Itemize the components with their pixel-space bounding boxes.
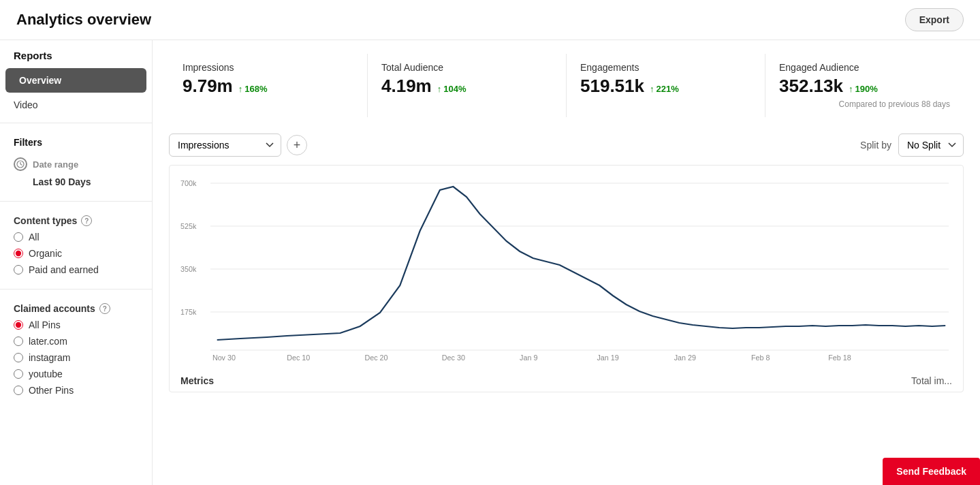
up-arrow-icon-3: ↑ xyxy=(650,84,654,94)
content-types-group: All Organic Paid and earned xyxy=(14,232,138,275)
svg-text:Dec 30: Dec 30 xyxy=(442,354,465,362)
content-area: Impressions 9.79m ↑ 168% Total Audience … xyxy=(153,40,980,485)
stat-engagements: Engagements 519.51k ↑ 221% xyxy=(566,54,765,117)
svg-text:175k: 175k xyxy=(180,308,197,316)
total-impressions-label: Total im... xyxy=(911,375,952,386)
svg-text:Jan 9: Jan 9 xyxy=(520,354,537,362)
date-range-value[interactable]: Last 90 Days xyxy=(14,176,138,187)
svg-text:Feb 18: Feb 18 xyxy=(828,354,851,362)
svg-text:Jan 19: Jan 19 xyxy=(597,354,618,362)
up-arrow-icon-2: ↑ xyxy=(437,84,442,94)
claimed-accounts-help-icon[interactable]: ? xyxy=(99,303,110,314)
export-button[interactable]: Export xyxy=(905,8,964,31)
send-feedback-button[interactable]: Send Feedback xyxy=(883,458,980,485)
svg-line-2 xyxy=(20,164,22,166)
stat-total-audience: Total Audience 4.19m ↑ 104% xyxy=(367,54,566,117)
chart-right-controls: Split by No Split Device Age xyxy=(860,134,964,157)
claimed-accounts-group: All Pins later.com instagram youtube xyxy=(14,319,138,396)
stat-impressions: Impressions 9.79m ↑ 168% xyxy=(169,54,367,117)
claimed-accounts-title: Claimed accounts xyxy=(14,303,95,314)
svg-text:Feb 8: Feb 8 xyxy=(751,354,770,362)
radio-paid-and-earned[interactable]: Paid and earned xyxy=(14,264,138,275)
up-arrow-icon: ↑ xyxy=(238,84,243,94)
chart-controls: Impressions Total Audience Engagements E… xyxy=(169,134,964,157)
radio-other-pins[interactable]: Other Pins xyxy=(14,385,138,396)
impressions-chart: 700k 525k 350k 175k Nov 30 Dec 10 Dec xyxy=(180,176,952,367)
chart-left-controls: Impressions Total Audience Engagements E… xyxy=(169,134,307,157)
svg-text:Jan 29: Jan 29 xyxy=(674,354,696,362)
split-select[interactable]: No Split Device Age xyxy=(898,134,964,157)
date-range-selector[interactable]: Date range xyxy=(14,155,138,174)
chart-container: 700k 525k 350k 175k Nov 30 Dec 10 Dec xyxy=(169,165,964,392)
svg-text:Dec 20: Dec 20 xyxy=(365,354,388,362)
stats-row: Impressions 9.79m ↑ 168% Total Audience … xyxy=(169,54,964,117)
radio-instagram[interactable]: instagram xyxy=(14,352,138,363)
filters-title: Filters xyxy=(14,137,138,148)
radio-organic[interactable]: Organic xyxy=(14,248,138,259)
svg-text:700k: 700k xyxy=(180,179,197,187)
radio-later-com[interactable]: later.com xyxy=(14,336,138,347)
sidebar-item-video[interactable]: Video xyxy=(0,93,152,117)
sidebar-item-overview[interactable]: Overview xyxy=(5,68,146,93)
radio-all[interactable]: All xyxy=(14,232,138,242)
up-arrow-icon-4: ↑ xyxy=(849,84,853,94)
radio-all-pins[interactable]: All Pins xyxy=(14,319,138,330)
reports-section-title: Reports xyxy=(0,40,152,68)
metric-select[interactable]: Impressions Total Audience Engagements E… xyxy=(169,134,281,157)
add-metric-button[interactable]: + xyxy=(287,135,307,155)
header: Analytics overview Export xyxy=(0,0,980,40)
sidebar: Reports Overview Video Filters Date rang… xyxy=(0,40,153,485)
content-types-help-icon[interactable]: ? xyxy=(81,215,92,226)
stat-comparison-note: Compared to previous 88 days xyxy=(779,99,950,109)
stat-engaged-audience: Engaged Audience 352.13k ↑ 190% Compared… xyxy=(765,54,964,117)
radio-youtube[interactable]: youtube xyxy=(14,369,138,379)
page-title: Analytics overview xyxy=(16,11,151,29)
svg-text:525k: 525k xyxy=(180,222,197,230)
date-range-label: Date range xyxy=(33,159,78,170)
svg-text:350k: 350k xyxy=(180,265,197,273)
svg-text:Nov 30: Nov 30 xyxy=(212,354,236,362)
svg-text:Dec 10: Dec 10 xyxy=(287,354,310,362)
content-types-title: Content types xyxy=(14,215,77,226)
metrics-footer: Metrics Total im... xyxy=(180,370,952,386)
metrics-label: Metrics xyxy=(180,375,214,386)
clock-icon xyxy=(14,157,27,171)
split-by-label: Split by xyxy=(860,140,891,151)
